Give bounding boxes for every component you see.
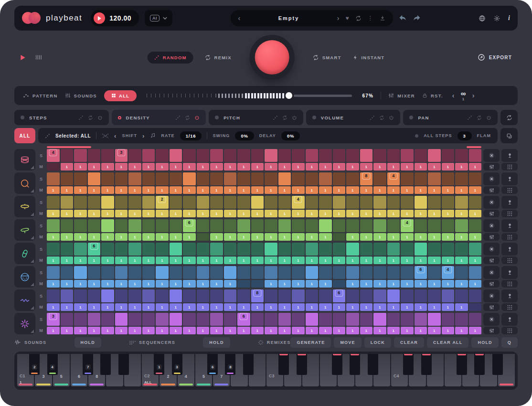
step-cell[interactable] [156,313,169,326]
all-steps-toggle[interactable] [415,134,418,138]
step-cell[interactable]: 4 [47,149,60,162]
microstep-cell[interactable]: 1 [115,327,128,334]
microstep-cell[interactable]: 1 [333,163,346,171]
microstep-cell[interactable]: 1 [292,210,305,217]
microstep-cell[interactable]: 1 [115,280,128,288]
track-mixer-button[interactable] [483,280,500,288]
microstep-cell[interactable]: 1 [74,303,87,311]
microstep-cell[interactable]: 1 [428,163,441,171]
microstep-cell[interactable]: 1 [292,186,305,194]
step-cell[interactable] [469,219,482,232]
shift-left-button[interactable]: ‹ [114,132,117,139]
microstep-cell[interactable]: 1 [265,280,277,288]
pattern-toggle[interactable]: PATTERN [23,93,58,98]
step-cell[interactable] [319,149,332,162]
step-cell[interactable]: 3 [115,149,128,162]
randomize-knob[interactable] [255,40,289,75]
preset-prev-button[interactable]: ‹ [238,14,241,22]
microstep-cell[interactable]: 1 [115,303,128,311]
microstep-cell[interactable]: 1 [415,280,427,288]
track-solo-button[interactable] [501,172,518,185]
tab-density[interactable]: DENSITY [112,110,206,125]
step-cell[interactable] [101,219,114,232]
microstep-cell[interactable]: 1 [401,210,414,217]
microstep-cell[interactable]: 1 [142,233,155,241]
microstep-cell[interactable]: 1 [360,163,373,171]
microstep-cell[interactable]: 1 [183,163,196,171]
step-cell[interactable] [170,313,182,326]
microstep-cell[interactable]: 1 [387,210,400,217]
step-cell[interactable] [237,172,250,185]
step-cell[interactable] [265,196,277,209]
step-cell[interactable] [251,149,264,162]
microstep-cell[interactable]: 1 [469,163,482,171]
tab-steps[interactable]: STEPS [14,110,109,125]
microstep-cell[interactable]: 1 [74,210,87,217]
microstep-cell[interactable]: 1 [61,163,74,171]
loop-icon[interactable] [282,115,287,120]
step-cell[interactable] [265,266,277,279]
step-cell[interactable] [115,289,128,302]
microstep-cell[interactable]: 1 [128,186,141,194]
rate-value[interactable]: 1/16 [180,131,202,140]
microstep-cell[interactable]: 1 [224,163,237,171]
step-cell[interactable] [278,196,291,209]
step-cell[interactable] [373,172,386,185]
step-cell[interactable] [74,149,87,162]
step-cell[interactable] [428,289,441,302]
microstep-cell[interactable]: 1 [360,210,373,217]
step-cell[interactable] [183,289,196,302]
step-cell[interactable] [428,219,441,232]
microstep-cell[interactable]: 1 [156,163,169,171]
microstep-cell[interactable]: 1 [455,210,468,217]
microstep-cell[interactable]: 1 [455,256,468,264]
microstep-cell[interactable]: 1 [61,256,74,264]
swing-value[interactable]: 0% [235,131,254,140]
step-cell[interactable] [442,196,455,209]
black-key[interactable] [350,354,360,375]
step-cell[interactable] [183,172,196,185]
microstep-cell[interactable]: 1 [251,256,264,264]
track-drag-handle[interactable] [501,210,518,217]
microstep-cell[interactable]: 1 [128,233,141,241]
track-drag-handle[interactable] [501,163,518,171]
microstep-cell[interactable]: 1 [210,256,223,264]
microstep-cell[interactable]: 1 [170,303,182,311]
microstep-cell[interactable]: 1 [183,280,196,288]
sequencers-hold-button[interactable]: HOLD [203,337,230,348]
step-cell[interactable] [373,219,386,232]
microstep-cell[interactable]: 1 [237,163,250,171]
microstep-cell[interactable]: 1 [360,256,373,264]
microstep-cell[interactable]: 1 [170,163,182,171]
microstep-cell[interactable]: 1 [469,280,482,288]
step-cell[interactable] [210,243,223,256]
track-drag-handle[interactable] [501,256,518,264]
microstep-cell[interactable]: 1 [455,327,468,334]
flam-label[interactable]: FLAM [477,133,491,138]
step-cell[interactable] [428,196,441,209]
microstep-cell[interactable]: 1 [469,256,482,264]
microstep-cell[interactable]: 1 [346,163,359,171]
microstep-cell[interactable]: 1 [265,327,277,334]
dice-icon[interactable] [370,115,375,120]
step-cell[interactable] [428,243,441,256]
step-cell[interactable]: 4 [401,219,414,232]
step-cell[interactable]: 6 [88,243,101,256]
step-cell[interactable] [224,289,237,302]
microstep-cell[interactable]: 1 [88,303,101,311]
step-cell[interactable] [237,266,250,279]
microstep-cell[interactable]: 1 [142,256,155,264]
step-cell[interactable] [197,196,210,209]
microstep-cell[interactable]: 1 [197,327,210,334]
step-cell[interactable] [455,149,468,162]
step-cell[interactable] [292,219,305,232]
microstep-cell[interactable]: 1 [237,256,250,264]
pattern-prev-button[interactable]: ‹ [452,92,455,99]
microstep-cell[interactable]: 1 [292,163,305,171]
microstep-cell[interactable]: 1 [319,327,332,334]
step-cell[interactable] [265,289,277,302]
microstep-cell[interactable]: 1 [74,327,87,334]
microstep-cell[interactable]: 1 [428,233,441,241]
microstep-cell[interactable]: 1 [346,327,359,334]
step-cell[interactable] [210,196,223,209]
